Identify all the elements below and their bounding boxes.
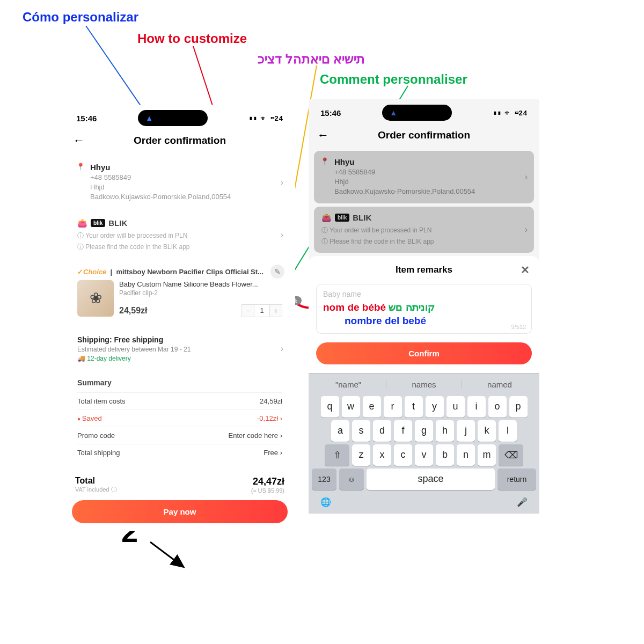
keyboard-suggestions[interactable]: "name" names named: [311, 378, 537, 393]
backspace-key[interactable]: ⌫: [499, 444, 523, 466]
key-i[interactable]: i: [467, 396, 486, 418]
pay-now-button[interactable]: Pay now: [72, 500, 288, 523]
remarks-placeholder: Baby name: [323, 290, 525, 298]
key-l[interactable]: l: [499, 420, 517, 442]
key-a[interactable]: a: [331, 420, 349, 442]
key-n[interactable]: n: [457, 444, 475, 466]
screen-header: ← Order confirmation: [309, 124, 539, 148]
annotation-fr: Comment personnaliser: [320, 72, 467, 87]
demo-he: קוניתה םש: [389, 302, 434, 313]
sum-promo-val[interactable]: Enter code here ›: [229, 431, 282, 440]
key-k[interactable]: k: [478, 420, 496, 442]
shift-key[interactable]: ⇧: [325, 444, 349, 466]
chevron-right-icon: ›: [525, 225, 528, 235]
blik-badge: blik: [91, 219, 105, 227]
remarks-textarea[interactable]: Baby name nom de bébé קוניתה םש nombre d…: [316, 284, 532, 334]
key-s[interactable]: s: [352, 420, 370, 442]
qty-minus-button[interactable]: −: [241, 304, 254, 317]
quantity-stepper[interactable]: − 1 +: [241, 304, 282, 317]
item-remarks-modal: Item remarks ✕ Baby name nom de bébé קונ…: [309, 256, 539, 373]
emoji-key[interactable]: ☺: [339, 469, 364, 490]
keyboard: "name" names named qwertyuiop asdfghjkl …: [309, 373, 539, 514]
sum-saved-lbl: Saved: [77, 414, 102, 422]
key-w[interactable]: w: [342, 396, 360, 418]
annotation-es: Cómo personalizar: [23, 10, 138, 25]
status-bar: 15:46 ▲ ▮▮ ᯤ ▭24: [309, 99, 539, 124]
char-counter: 9/512: [511, 324, 526, 330]
shipping-title: Shipping: Free shipping: [77, 335, 282, 344]
product-card: ✓Choice | mittsboy Newborn Pacifier Clip…: [70, 261, 290, 326]
key-x[interactable]: x: [373, 444, 391, 466]
modal-title: Item remarks: [396, 265, 452, 275]
vat-note: VAT included ⓘ: [75, 486, 117, 494]
sum-item-costs-val: 24,59zł: [260, 397, 282, 405]
location-pin-icon: 📍: [76, 163, 85, 171]
space-key[interactable]: space: [367, 469, 495, 490]
key-j[interactable]: j: [457, 420, 475, 442]
address-name: Hhyu: [90, 163, 282, 172]
globe-key[interactable]: 🌐: [320, 497, 331, 507]
key-d[interactable]: d: [373, 420, 391, 442]
status-time: 15:46: [320, 108, 341, 118]
sum-item-costs-lbl: Total item costs: [77, 397, 126, 405]
sum-ship-val[interactable]: Free ›: [264, 449, 282, 457]
key-e[interactable]: e: [363, 396, 381, 418]
payment-card[interactable]: 👛 blik BLIK Your order will be processed…: [70, 212, 290, 258]
annotation-he: תישיא םיאתהל דציכ: [258, 52, 365, 67]
total-label: Total: [75, 476, 117, 486]
address-card[interactable]: 📍 Hhyu +48 5585849 Hhjd Badkowo,Kujawsko…: [70, 156, 290, 209]
key-c[interactable]: c: [394, 444, 412, 466]
summary-card: Summary Total item costs24,59zł Saved-0,…: [70, 372, 290, 467]
sum-promo-lbl: Promo code: [77, 431, 115, 440]
blik-badge: blik: [335, 214, 349, 222]
total-amount: 24,47zł: [251, 476, 284, 487]
back-arrow-icon[interactable]: ←: [73, 134, 84, 148]
demo-es: nombre del bebé: [323, 315, 426, 326]
arrow-step2: [150, 542, 182, 566]
mic-key[interactable]: 🎤: [517, 497, 528, 507]
address-phone: +48 5585849: [90, 173, 282, 182]
key-b[interactable]: b: [436, 444, 454, 466]
store-name: mittsboy Newborn Pacifier Clips Official…: [116, 268, 264, 276]
item-remarks-icon[interactable]: ✎: [270, 265, 284, 279]
back-arrow-icon[interactable]: ←: [317, 128, 328, 142]
key-p[interactable]: p: [509, 396, 528, 418]
numbers-key[interactable]: 123: [312, 469, 336, 490]
key-u[interactable]: u: [447, 396, 465, 418]
shipping-badge: 🚚 12-day delivery: [77, 355, 282, 362]
notch: ▲: [382, 105, 452, 121]
key-h[interactable]: h: [436, 420, 454, 442]
wallet-icon: 👛: [321, 213, 332, 223]
key-r[interactable]: r: [384, 396, 402, 418]
close-icon[interactable]: ✕: [521, 264, 530, 276]
return-key[interactable]: return: [497, 469, 536, 490]
chevron-right-icon: ›: [525, 172, 528, 182]
confirm-button[interactable]: Confirm: [316, 342, 532, 364]
key-o[interactable]: o: [488, 396, 507, 418]
nav-arrow-icon: ▲: [390, 108, 397, 117]
key-q[interactable]: q: [321, 396, 339, 418]
key-v[interactable]: v: [415, 444, 433, 466]
product-title: Baby Custom Name Silicone Beads Flower..…: [119, 280, 282, 288]
annotation-en: How to customize: [137, 31, 247, 46]
product-price: 24,59zł: [119, 306, 147, 316]
address-card: 📍 Hhyu +48 5585849 Hhjd Badkowo,Kujawsko…: [314, 151, 534, 203]
status-time: 15:46: [76, 114, 97, 123]
key-g[interactable]: g: [415, 420, 433, 442]
total-approx: (≈ US $5.99): [251, 487, 284, 494]
key-z[interactable]: z: [352, 444, 370, 466]
key-t[interactable]: t: [405, 396, 423, 418]
qty-plus-button[interactable]: +: [269, 304, 282, 317]
phone-right: 15:46 ▲ ▮▮ ᯤ ▭24 ← Order confirmation 📍 …: [309, 99, 539, 514]
sum-saved-val[interactable]: -0,12zł ›: [257, 414, 282, 422]
total-bar: Total VAT included ⓘ 24,47zł (≈ US $5.99…: [64, 471, 295, 497]
sum-ship-lbl: Total shipping: [77, 449, 120, 457]
product-variant: Pacifier clip-2: [119, 289, 282, 297]
key-f[interactable]: f: [394, 420, 412, 442]
shipping-card[interactable]: Shipping: Free shipping Estimated delive…: [70, 329, 290, 369]
payment-note-1: Your order will be processed in PLN: [77, 231, 282, 240]
key-m[interactable]: m: [478, 444, 496, 466]
address-line2: Badkowo,Kujawsko-Pomorskie,Poland,00554: [90, 192, 282, 202]
product-thumbnail[interactable]: ❀: [77, 280, 114, 317]
key-y[interactable]: y: [426, 396, 444, 418]
